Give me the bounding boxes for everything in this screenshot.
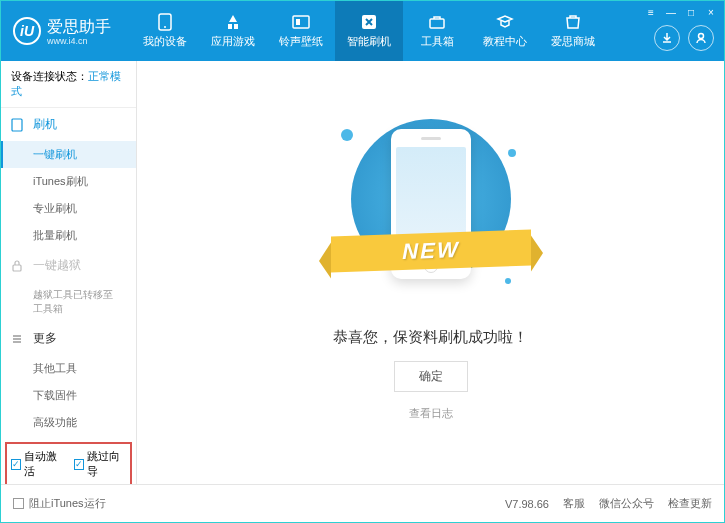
svg-rect-7: [12, 119, 22, 131]
nav-toolbox[interactable]: 工具箱: [403, 1, 471, 61]
svg-point-6: [699, 34, 704, 39]
footer: 阻止iTunes运行 V7.98.66 客服 微信公众号 检查更新: [1, 484, 724, 522]
phone-icon: [155, 13, 175, 31]
nav-ringtones[interactable]: 铃声壁纸: [267, 1, 335, 61]
new-ribbon: NEW: [331, 230, 531, 273]
service-link[interactable]: 客服: [563, 496, 585, 511]
sidebar-item-pro[interactable]: 专业刷机: [1, 195, 136, 222]
update-link[interactable]: 检查更新: [668, 496, 712, 511]
sidebar-item-download-fw[interactable]: 下载固件: [1, 382, 136, 409]
sidebar: 设备连接状态：正常模式 刷机 一键刷机 iTunes刷机 专业刷机 批量刷机 一…: [1, 61, 137, 484]
main-content: NEW 恭喜您，保资料刷机成功啦！ 确定 查看日志: [137, 61, 724, 484]
success-message: 恭喜您，保资料刷机成功啦！: [333, 328, 528, 347]
checkbox-icon: [13, 498, 24, 509]
version-label: V7.98.66: [505, 498, 549, 510]
tutorial-icon: [495, 13, 515, 31]
close-button[interactable]: ×: [704, 5, 718, 19]
wechat-link[interactable]: 微信公众号: [599, 496, 654, 511]
app-url: www.i4.cn: [47, 36, 111, 46]
more-icon: [11, 333, 27, 345]
app-name: 爱思助手: [47, 18, 111, 35]
lock-icon: [11, 260, 27, 272]
nav-tutorials[interactable]: 教程中心: [471, 1, 539, 61]
checkbox-icon: ✓: [11, 459, 21, 470]
minimize-button[interactable]: —: [664, 5, 678, 19]
svg-rect-8: [13, 265, 21, 271]
nav-flash[interactable]: 智能刷机: [335, 1, 403, 61]
option-checks: ✓自动激活 ✓跳过向导: [5, 442, 132, 484]
success-illustration: NEW: [356, 124, 506, 304]
svg-rect-3: [296, 19, 300, 25]
app-header: iU 爱思助手 www.i4.cn 我的设备 应用游戏 铃声壁纸 智能刷机 工具…: [1, 1, 724, 61]
svg-point-1: [164, 26, 166, 28]
menu-icon[interactable]: ≡: [644, 5, 658, 19]
nav-apps[interactable]: 应用游戏: [199, 1, 267, 61]
sidebar-cat-jailbreak[interactable]: 一键越狱: [1, 249, 136, 282]
sidebar-item-itunes[interactable]: iTunes刷机: [1, 168, 136, 195]
connection-status: 设备连接状态：正常模式: [1, 61, 136, 108]
sidebar-item-other[interactable]: 其他工具: [1, 355, 136, 382]
sidebar-cat-more[interactable]: 更多: [1, 322, 136, 355]
check-skip-guide[interactable]: ✓跳过向导: [74, 449, 127, 479]
sidebar-item-oneclick[interactable]: 一键刷机: [1, 141, 136, 168]
header-actions: [654, 25, 714, 51]
store-icon: [563, 13, 583, 31]
user-button[interactable]: [688, 25, 714, 51]
sidebar-item-advanced[interactable]: 高级功能: [1, 409, 136, 436]
flash-icon: [359, 13, 379, 31]
nav-store[interactable]: 爱思商城: [539, 1, 607, 61]
phone-small-icon: [11, 118, 27, 132]
apps-icon: [223, 13, 243, 31]
maximize-button[interactable]: □: [684, 5, 698, 19]
wallpaper-icon: [291, 13, 311, 31]
confirm-button[interactable]: 确定: [394, 361, 468, 392]
sidebar-item-batch[interactable]: 批量刷机: [1, 222, 136, 249]
toolbox-icon: [427, 13, 447, 31]
download-button[interactable]: [654, 25, 680, 51]
svg-rect-2: [293, 16, 309, 28]
check-block-itunes[interactable]: 阻止iTunes运行: [13, 496, 106, 511]
checkbox-icon: ✓: [74, 459, 84, 470]
window-controls: ≡ — □ ×: [638, 1, 724, 23]
jailbreak-note: 越狱工具已转移至 工具箱: [1, 282, 136, 322]
check-auto-activate[interactable]: ✓自动激活: [11, 449, 64, 479]
main-nav: 我的设备 应用游戏 铃声壁纸 智能刷机 工具箱 教程中心 爱思商城: [131, 1, 724, 61]
sidebar-cat-flash[interactable]: 刷机: [1, 108, 136, 141]
nav-my-device[interactable]: 我的设备: [131, 1, 199, 61]
logo-icon: iU: [13, 17, 41, 45]
logo-area: iU 爱思助手 www.i4.cn: [1, 17, 131, 46]
view-log-link[interactable]: 查看日志: [409, 406, 453, 421]
svg-rect-5: [430, 19, 444, 28]
